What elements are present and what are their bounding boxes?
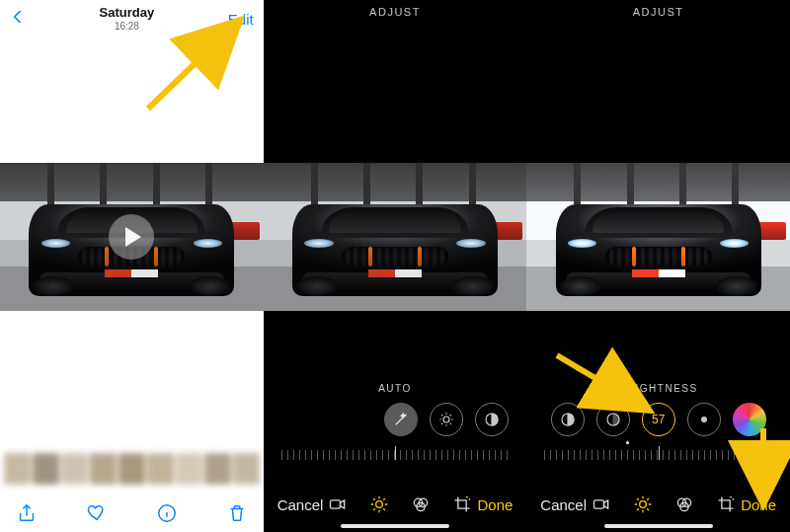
photo-date-title: Saturday 16:28: [100, 6, 155, 32]
edit-button[interactable]: Edit: [228, 11, 254, 28]
contrast-dial[interactable]: [475, 403, 509, 436]
adjust-slider[interactable]: [281, 443, 510, 463]
adjust-section-label: AUTO: [264, 383, 527, 394]
adjust-mode-icon[interactable]: [633, 494, 653, 514]
info-icon[interactable]: [156, 502, 178, 524]
adjust-dial-row[interactable]: 57: [526, 398, 790, 441]
share-icon[interactable]: [16, 502, 38, 524]
play-icon[interactable]: [109, 214, 154, 260]
panel-editor-brightness: ADJUST BRIGHTNESS: [526, 0, 790, 532]
photo-date-day: Saturday: [100, 6, 155, 21]
brightness-value-dial[interactable]: 57: [642, 403, 675, 436]
editor-mode-label: ADJUST: [526, 6, 790, 18]
video-mode-icon[interactable]: [328, 494, 348, 514]
home-indicator[interactable]: [604, 524, 713, 528]
panel-editor-auto: ADJUST AUTO: [264, 0, 527, 532]
done-button[interactable]: Done: [477, 496, 513, 513]
filters-mode-icon[interactable]: [411, 494, 431, 514]
done-button[interactable]: Done: [741, 496, 776, 513]
editor-preview[interactable]: [526, 163, 790, 311]
editor-mode-label: ADJUST: [264, 6, 527, 18]
black-point-dial[interactable]: [687, 403, 721, 436]
brightness-dial[interactable]: [596, 403, 630, 436]
auto-wand-dial[interactable]: [384, 403, 418, 436]
crop-mode-icon[interactable]: [452, 494, 472, 514]
cancel-button[interactable]: Cancel: [540, 496, 587, 513]
exposure-dial[interactable]: [430, 403, 463, 436]
svg-point-11: [640, 501, 647, 508]
contrast-dial[interactable]: [551, 403, 585, 436]
adjust-section-label: BRIGHTNESS: [526, 383, 790, 394]
cancel-button[interactable]: Cancel: [277, 496, 324, 513]
adjust-dial-row[interactable]: [264, 398, 527, 441]
filters-mode-icon[interactable]: [674, 494, 694, 514]
filmstrip-thumbnails[interactable]: [0, 453, 264, 485]
video-preview[interactable]: [0, 163, 264, 311]
svg-rect-3: [331, 500, 341, 508]
svg-point-4: [376, 501, 383, 508]
photo-date-time: 16:28: [115, 21, 139, 33]
home-indicator[interactable]: [341, 524, 449, 528]
panel-photo-viewer: Saturday 16:28 Edit: [0, 0, 264, 532]
svg-point-1: [443, 417, 449, 422]
adjust-slider[interactable]: [544, 443, 772, 463]
svg-rect-10: [594, 500, 604, 508]
crop-mode-icon[interactable]: [716, 494, 736, 514]
editor-preview[interactable]: [264, 163, 527, 311]
trash-icon[interactable]: [226, 502, 248, 524]
back-button[interactable]: [10, 6, 26, 32]
favorite-icon[interactable]: [86, 502, 108, 524]
saturation-dial[interactable]: [733, 403, 766, 436]
adjust-mode-icon[interactable]: [369, 494, 389, 514]
video-mode-icon[interactable]: [592, 494, 611, 514]
